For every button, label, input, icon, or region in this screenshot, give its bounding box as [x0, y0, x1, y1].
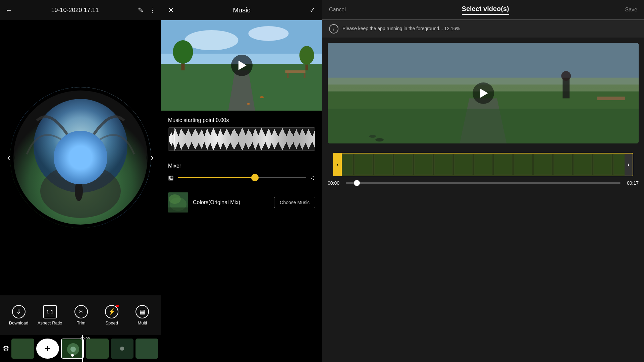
svg-rect-70 [204, 136, 205, 142]
mixer-slider[interactable] [178, 177, 306, 178]
svg-rect-133 [267, 131, 268, 147]
mixer-section: Mixer ▩ ♫ [161, 158, 322, 187]
back-button[interactable]: ← [5, 6, 12, 14]
timeline-thumb-2[interactable] [61, 339, 84, 359]
music-track-section: Colors(Original Mix) Choose Music [161, 187, 322, 218]
cancel-button[interactable]: Cancel [329, 7, 346, 13]
svg-rect-48 [182, 131, 183, 147]
waveform-svg [168, 128, 315, 150]
svg-rect-58 [192, 134, 193, 144]
download-icon: ⇓ [12, 305, 25, 318]
svg-rect-85 [219, 131, 220, 147]
prev-arrow[interactable]: ‹ [3, 152, 15, 164]
svg-rect-153 [287, 133, 288, 144]
svg-rect-131 [265, 136, 266, 142]
svg-rect-37 [171, 133, 172, 146]
svg-rect-138 [272, 133, 273, 144]
speed-label: Speed [105, 320, 118, 325]
toolbar-multi[interactable]: ▦ Multi [130, 305, 154, 325]
svg-rect-76 [210, 135, 211, 143]
svg-rect-159 [293, 136, 293, 142]
toolbar-trim[interactable]: ✂ Trim [69, 305, 93, 325]
toolbar-download[interactable]: ⇓ Download [7, 305, 31, 325]
svg-rect-143 [277, 135, 278, 143]
save-button[interactable]: Save [625, 7, 637, 13]
svg-point-31 [300, 46, 314, 65]
timeline-left-handle[interactable]: ‹ [334, 154, 342, 176]
svg-point-16 [120, 347, 124, 351]
svg-rect-77 [211, 132, 212, 146]
svg-rect-60 [194, 130, 195, 148]
thumb-5-image [136, 339, 158, 359]
thumb-4-image [111, 339, 133, 359]
svg-rect-61 [195, 129, 196, 149]
svg-rect-173 [307, 131, 308, 147]
svg-rect-192 [597, 97, 625, 100]
svg-rect-27 [304, 73, 306, 78]
svg-rect-111 [245, 135, 246, 143]
svg-rect-92 [226, 129, 227, 149]
mixer-controls: ▩ ♫ [168, 174, 315, 181]
svg-rect-106 [240, 132, 241, 147]
svg-rect-175 [309, 131, 310, 147]
svg-rect-44 [178, 136, 179, 142]
svg-rect-89 [223, 135, 224, 143]
more-options-button[interactable]: ⋮ [149, 6, 156, 14]
select-timeline[interactable]: ‹ › [333, 153, 633, 176]
music-header: ✕ Music ✓ [161, 0, 322, 20]
svg-rect-108 [242, 128, 243, 150]
scrubber-thumb[interactable] [354, 180, 360, 186]
timeline-settings-icon[interactable]: ⚙ [3, 344, 9, 353]
svg-rect-155 [289, 129, 290, 149]
editor-video-area: ‹ [0, 20, 161, 295]
thumb-1-image [11, 339, 34, 359]
svg-rect-91 [225, 131, 226, 147]
svg-rect-97 [231, 133, 232, 144]
next-arrow[interactable]: › [146, 152, 158, 164]
multi-icon: ▦ [136, 305, 149, 318]
play-triangle-icon [238, 61, 247, 70]
timeline-thumb-3[interactable] [86, 339, 109, 359]
select-timeline-wrapper: ‹ › [328, 153, 639, 176]
waveform-container[interactable] [168, 127, 315, 151]
music-video-play-button[interactable] [231, 55, 253, 76]
select-play-button[interactable] [473, 82, 494, 104]
timeline-add-button[interactable]: + [36, 339, 59, 359]
timeline-thumb-4[interactable] [111, 339, 133, 359]
music-video-preview [161, 20, 322, 111]
timeline-right-handle[interactable]: › [625, 154, 633, 176]
toolbar-aspect-ratio[interactable]: 1:1 Aspect Ratio [38, 305, 62, 325]
svg-rect-56 [190, 133, 191, 144]
mixer-slider-thumb[interactable] [251, 174, 259, 181]
svg-rect-128 [262, 130, 263, 148]
choose-music-button[interactable]: Choose Music [274, 197, 315, 208]
mixer-title: Mixer [168, 163, 315, 169]
timeline-thumb-5[interactable] [136, 339, 158, 359]
editor-header-icons: ✎ ⋮ [138, 6, 156, 14]
svg-rect-164 [298, 133, 299, 144]
svg-rect-148 [282, 128, 283, 150]
svg-rect-165 [299, 135, 300, 143]
music-close-button[interactable]: ✕ [168, 6, 174, 14]
svg-rect-57 [191, 136, 192, 142]
svg-rect-147 [281, 130, 282, 148]
svg-rect-62 [196, 131, 197, 147]
svg-point-11 [70, 347, 76, 352]
svg-rect-171 [305, 135, 306, 143]
music-title: Music [233, 6, 250, 14]
svg-rect-41 [175, 129, 176, 149]
svg-rect-113 [247, 131, 248, 147]
trim-icon: ✂ [74, 305, 88, 318]
svg-rect-95 [229, 134, 230, 144]
svg-rect-39 [173, 133, 174, 144]
edit-icon-button[interactable]: ✎ [138, 6, 144, 14]
svg-rect-168 [302, 129, 303, 149]
music-confirm-button[interactable]: ✓ [310, 6, 315, 14]
svg-rect-82 [216, 134, 217, 144]
timeline-thumb-1[interactable] [11, 339, 34, 359]
svg-point-32 [260, 96, 264, 98]
svg-rect-161 [295, 131, 296, 147]
toolbar-speed[interactable]: ⚡ Speed [100, 305, 123, 325]
scrubber-track[interactable] [346, 182, 621, 184]
svg-rect-51 [185, 135, 186, 143]
